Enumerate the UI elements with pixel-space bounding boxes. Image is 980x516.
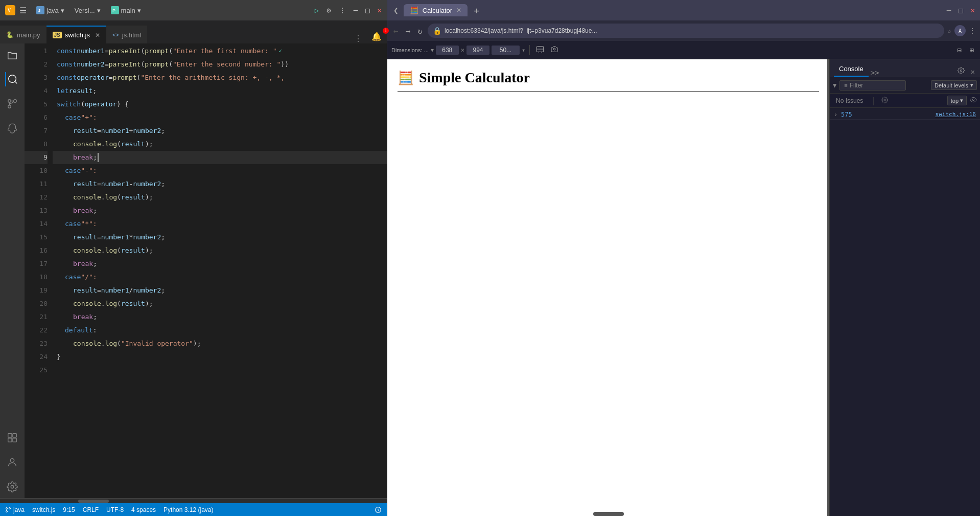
top-context-dropdown[interactable]: top ▾ <box>947 96 967 105</box>
java-menu[interactable]: J java ▾ <box>33 5 67 15</box>
notification-bell[interactable]: 🔔 1 <box>366 30 387 43</box>
status-language[interactable]: Python 3.12 (java) <box>164 506 213 513</box>
profile-icon[interactable]: A <box>954 25 966 36</box>
navigation-bar: ← → ↻ 🔒 localhost:63342/java/js.html?_ij… <box>387 20 980 41</box>
height-input[interactable] <box>466 46 489 55</box>
svg-text:J: J <box>38 8 40 13</box>
activity-git[interactable] <box>5 97 19 111</box>
dimensions-dropdown-icon[interactable]: ▾ <box>431 47 434 54</box>
version-menu[interactable]: Versi... ▾ <box>72 6 104 15</box>
console-tab[interactable]: Console <box>834 62 869 77</box>
layout-icon[interactable]: ⊞ <box>968 45 976 55</box>
activity-settings[interactable] <box>5 480 19 494</box>
bell-icon: 🔔 <box>371 32 382 41</box>
browser-close-window[interactable]: ✕ <box>971 6 975 14</box>
code-line-11: result = number1 - number2; <box>53 177 387 191</box>
status-indent[interactable]: 4 spaces <box>131 506 156 513</box>
browser-titlebar: ❮ 🧮 Calculator ✕ + ─ □ ✕ <box>387 0 980 20</box>
activity-extensions[interactable] <box>5 431 19 445</box>
zoom-dropdown-icon[interactable]: ▾ <box>522 47 525 54</box>
tab-switch-js[interactable]: JS switch.js ✕ <box>46 26 106 43</box>
browser-expand-btn[interactable]: ❮ <box>392 5 400 16</box>
code-line-9: break; <box>53 151 387 164</box>
eye-icon[interactable] <box>970 96 977 105</box>
responsive-icon[interactable] <box>534 44 546 56</box>
browser-window-controls: ─ □ ✕ <box>947 6 975 14</box>
back-button[interactable]: ← <box>391 24 401 38</box>
run-button[interactable]: ▷ <box>315 6 319 14</box>
reload-button[interactable]: ↻ <box>415 24 425 38</box>
issues-settings-icon[interactable] <box>881 97 888 105</box>
page-title: 🧮 Simple Calculator <box>398 70 819 92</box>
zoom-input[interactable] <box>492 46 520 55</box>
tab-js-html[interactable]: <> js.html <box>106 26 147 43</box>
browser-more-button[interactable]: ⋮ <box>969 27 976 35</box>
activity-search[interactable] <box>5 72 19 86</box>
python-icon: 🐍 <box>6 31 14 38</box>
tab-main-py[interactable]: 🐍 main.py <box>0 26 46 43</box>
toolbar-separator <box>529 45 530 55</box>
code-line-23: console.log("Invalid operator"); <box>53 337 387 350</box>
line-numbers: 1 2 3 4 5 6 7 8 9 10 11 12 13 14 15 16 1… <box>25 43 53 498</box>
code-line-19: result = number1 / number2; <box>53 284 387 297</box>
width-input[interactable] <box>436 46 459 55</box>
svg-point-6 <box>9 75 16 83</box>
filter-text-icon: ≡ <box>844 82 847 88</box>
console-value: 575 <box>841 111 856 118</box>
horizontal-resize-handle[interactable] <box>593 512 624 516</box>
status-position[interactable]: 9:15 <box>63 506 75 513</box>
status-remote[interactable] <box>375 506 382 513</box>
status-branch[interactable]: java <box>5 506 25 513</box>
code-line-25 <box>53 364 387 377</box>
code-line-10: case "-": <box>53 164 387 177</box>
tab-close-switch-js[interactable]: ✕ <box>95 32 100 39</box>
console-source-link[interactable]: switch.js:16 <box>936 111 976 118</box>
new-tab-button[interactable]: + <box>474 5 479 16</box>
url-bar[interactable]: 🔒 localhost:63342/java/js.html?_ijt=p3vu… <box>428 24 944 38</box>
code-editor[interactable]: 1 2 3 4 5 6 7 8 9 10 11 12 13 14 15 16 1… <box>25 43 387 498</box>
activity-explorer[interactable] <box>5 48 19 62</box>
capture-icon[interactable] <box>548 44 561 56</box>
code-content[interactable]: const number1 = parseInt(prompt("Enter t… <box>53 43 387 498</box>
settings-icon[interactable] <box>956 66 966 77</box>
status-eol[interactable]: CRLF <box>83 506 99 513</box>
status-file[interactable]: switch.js <box>32 506 55 513</box>
notification-badge: 1 <box>383 28 389 34</box>
tab-more-actions[interactable]: ⋮ <box>354 34 366 43</box>
activity-debug[interactable] <box>5 121 19 136</box>
maximize-button[interactable]: □ <box>365 6 369 14</box>
close-button[interactable]: ✕ <box>378 6 382 14</box>
devtools-panel: Console >> ✕ ▼ ≡ Filter Default l <box>829 59 980 516</box>
browser-minimize[interactable]: ─ <box>947 6 951 14</box>
scrollbar-thumb[interactable] <box>78 500 109 503</box>
browser-maximize[interactable]: □ <box>959 6 963 14</box>
browser-tab-close[interactable]: ✕ <box>456 7 461 14</box>
expand-icon[interactable]: › <box>834 111 841 118</box>
svg-point-15 <box>11 485 14 488</box>
browser-active-tab[interactable]: 🧮 Calculator ✕ <box>404 4 468 16</box>
more-tabs-button[interactable]: >> <box>871 69 879 77</box>
code-line-2: const number2 = parseInt(prompt("Enter t… <box>53 58 387 71</box>
dimensions-control: Dimensions: ... ▾ <box>391 47 434 54</box>
grid-icon[interactable]: ⊟ <box>955 45 963 55</box>
code-line-6: case "+": <box>53 111 387 124</box>
status-encoding[interactable]: UTF-8 <box>106 506 124 513</box>
filter-input[interactable]: ≡ Filter <box>839 80 906 91</box>
browser-viewport[interactable]: 🧮 Simple Calculator <box>387 59 829 516</box>
svg-rect-12 <box>8 438 12 442</box>
forward-button[interactable]: → <box>404 24 413 38</box>
debug-button[interactable]: ⚙ <box>326 6 331 14</box>
main-menu[interactable]: P main ▾ <box>108 5 144 15</box>
horizontal-scrollbar[interactable] <box>0 498 387 503</box>
activity-accounts[interactable] <box>5 455 19 469</box>
default-levels-dropdown[interactable]: Default levels ▾ <box>931 80 977 90</box>
close-devtools-button[interactable]: ✕ <box>970 66 976 77</box>
vertical-resize-handle[interactable] <box>827 59 829 516</box>
minimize-button[interactable]: ─ <box>354 6 358 14</box>
bookmark-icon[interactable]: ☆ <box>947 27 951 35</box>
svg-text:P: P <box>112 8 115 13</box>
svg-point-23 <box>972 99 974 101</box>
code-line-24: } <box>53 350 387 364</box>
more-button[interactable]: ⋮ <box>339 6 346 14</box>
hamburger-menu[interactable]: ☰ <box>19 6 27 15</box>
